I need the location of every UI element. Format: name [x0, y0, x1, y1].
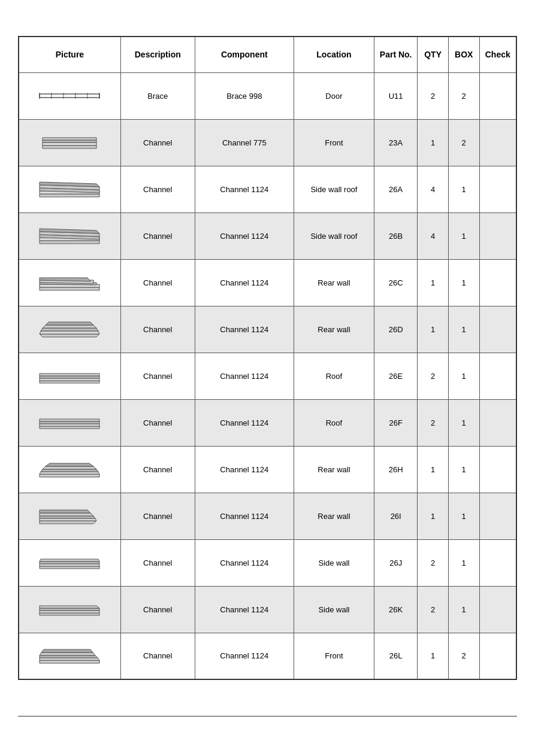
picture-cell: [19, 586, 120, 633]
box-cell: 1: [448, 586, 479, 633]
svg-rect-0: [40, 94, 99, 98]
partno-cell: 23A: [374, 119, 418, 166]
svg-marker-11: [40, 194, 99, 197]
description-cell: Channel: [120, 353, 195, 399]
qty-cell: 1: [418, 259, 449, 306]
component-cell: Channel 1124: [195, 306, 294, 353]
svg-marker-41: [41, 469, 98, 472]
check-cell: [479, 353, 516, 399]
picture-cell: [19, 539, 120, 586]
svg-marker-7: [43, 145, 96, 148]
svg-marker-42: [43, 466, 96, 469]
description-cell: Brace: [120, 72, 195, 119]
col-header-description: Description: [120, 37, 195, 72]
col-header-qty: QTY: [418, 37, 449, 72]
location-cell: Door: [294, 72, 374, 119]
location-cell: Roof: [294, 353, 374, 399]
box-cell: 1: [448, 399, 479, 446]
svg-marker-54: [40, 611, 99, 613]
description-cell: Channel: [120, 493, 195, 539]
svg-marker-49: [40, 566, 99, 569]
description-cell: Channel: [120, 259, 195, 306]
part-image: [22, 642, 118, 669]
partno-cell: 26D: [374, 306, 418, 353]
svg-marker-52: [40, 559, 99, 561]
description-cell: Channel: [120, 306, 195, 353]
picture-cell: [19, 306, 120, 353]
svg-marker-58: [40, 658, 99, 660]
check-cell: [479, 306, 516, 353]
col-header-picture: Picture: [19, 37, 120, 72]
location-cell: Side wall: [294, 586, 374, 633]
check-cell: [479, 212, 516, 259]
qty-cell: 2: [418, 586, 449, 633]
qty-cell: 2: [418, 353, 449, 399]
partno-cell: U11: [374, 72, 418, 119]
svg-marker-34: [40, 374, 99, 376]
svg-marker-21: [40, 287, 99, 290]
location-cell: Rear wall: [294, 306, 374, 353]
col-header-check: Check: [479, 37, 516, 72]
svg-marker-35: [40, 426, 99, 429]
part-image: [22, 411, 118, 435]
svg-marker-44: [40, 521, 96, 524]
check-cell: [479, 166, 516, 212]
col-header-component: Component: [195, 37, 294, 72]
part-image: [22, 87, 118, 105]
component-cell: Channel 1124: [195, 399, 294, 446]
check-cell: [479, 72, 516, 119]
component-cell: Channel 1124: [195, 446, 294, 493]
component-cell: Channel 1124: [195, 166, 294, 212]
svg-marker-45: [40, 518, 96, 521]
part-image: [22, 316, 118, 343]
qty-cell: 2: [418, 399, 449, 446]
description-cell: Channel: [120, 212, 195, 259]
picture-cell: [19, 259, 120, 306]
partno-cell: 26H: [374, 446, 418, 493]
part-image: [22, 597, 118, 621]
svg-marker-37: [40, 421, 99, 424]
box-cell: 2: [448, 72, 479, 119]
qty-cell: 4: [418, 212, 449, 259]
svg-marker-59: [40, 655, 98, 658]
svg-marker-55: [40, 608, 99, 611]
component-cell: Channel 1124: [195, 493, 294, 539]
svg-marker-47: [40, 513, 93, 516]
part-image: [22, 176, 118, 203]
part-image: [22, 269, 118, 296]
footer-line: [18, 716, 517, 716]
location-cell: Front: [294, 633, 374, 679]
svg-marker-46: [40, 516, 95, 518]
picture-cell: [19, 166, 120, 212]
description-cell: Channel: [120, 446, 195, 493]
part-image: [22, 503, 118, 530]
picture-cell: [19, 72, 120, 119]
part-image: [22, 551, 118, 575]
description-cell: Channel: [120, 399, 195, 446]
box-cell: 2: [448, 119, 479, 166]
svg-marker-53: [40, 613, 99, 615]
location-cell: Side wall roof: [294, 166, 374, 212]
check-cell: [479, 446, 516, 493]
svg-marker-40: [40, 472, 99, 474]
box-cell: 1: [448, 493, 479, 539]
picture-cell: [19, 212, 120, 259]
qty-cell: 2: [418, 72, 449, 119]
qty-cell: 1: [418, 119, 449, 166]
box-cell: 1: [448, 166, 479, 212]
svg-marker-50: [40, 564, 99, 566]
description-cell: Channel: [120, 586, 195, 633]
svg-marker-10: [43, 138, 96, 140]
check-cell: [479, 586, 516, 633]
svg-marker-56: [40, 606, 99, 608]
svg-marker-60: [40, 652, 95, 655]
partno-cell: 26B: [374, 212, 418, 259]
location-cell: Side wall: [294, 539, 374, 586]
part-image: [22, 223, 118, 250]
partno-cell: 26L: [374, 633, 418, 679]
svg-marker-9: [43, 140, 96, 142]
component-cell: Channel 1124: [195, 353, 294, 399]
partno-cell: 26E: [374, 353, 418, 399]
check-cell: [479, 539, 516, 586]
location-cell: Rear wall: [294, 493, 374, 539]
